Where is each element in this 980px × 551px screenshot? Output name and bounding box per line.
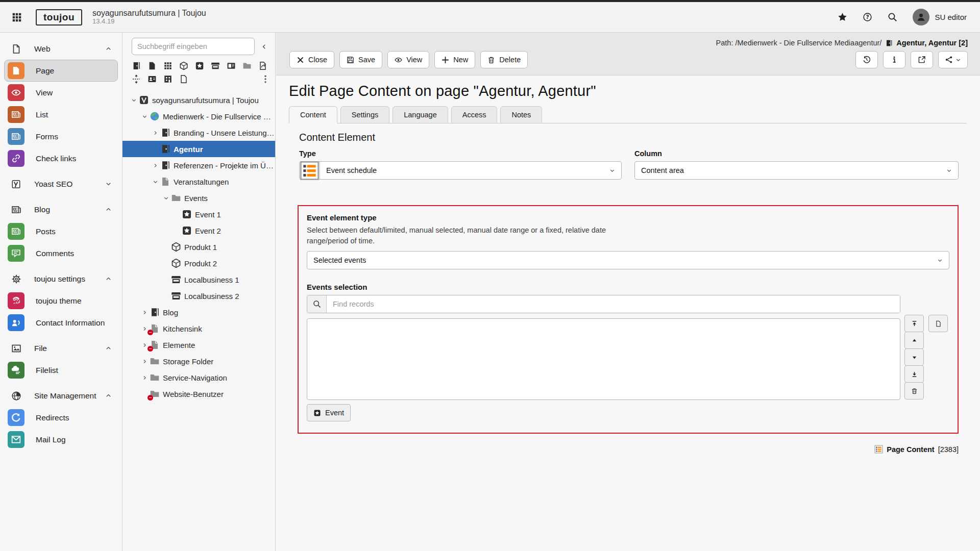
tree-node-event-2[interactable]: Event 2 [122,222,275,239]
column-select[interactable]: Content area [634,161,959,180]
tab-access[interactable]: Access [451,106,498,123]
bookmark-star-icon[interactable] [838,12,847,22]
tree-node-branding-unsere-leistungen[interactable]: Branding - Unsere Leistungen [122,124,275,141]
chevron-down-icon[interactable] [150,179,160,185]
tree-node-website-benutzer[interactable]: Website-Benutzer [122,386,275,402]
new-product-icon[interactable] [179,61,188,70]
new-event-icon[interactable] [195,61,204,70]
tab-language[interactable]: Language [393,106,448,123]
sidebar-item-filelist[interactable]: Filelist [4,359,118,381]
tree-node-event-1[interactable]: Event 1 [122,206,275,222]
chevron-right-icon[interactable] [139,310,150,315]
chevron-right-icon[interactable] [139,375,150,381]
move-down-button[interactable] [904,348,924,366]
browse-records-button[interactable] [928,315,948,332]
sidebar-section-yoast-seo[interactable]: Yoast SEO [0,173,122,195]
listbox-controls [904,295,949,400]
tree-node-localbusiness-1[interactable]: Localbusiness 1 [122,271,275,288]
sidebar-item-check-links[interactable]: Check links [4,147,118,169]
events-listbox[interactable] [307,318,900,400]
new-blank-page-icon[interactable] [179,74,188,84]
toujou-logo[interactable]: toujou [36,9,82,26]
chevron-down-icon[interactable] [129,97,139,103]
chevron-right-icon[interactable] [139,359,150,364]
tree-node-referenzen-projekte-im-be[interactable]: Referenzen - Projekte im Übe... [122,157,275,173]
user-menu[interactable]: SU editor [913,9,967,26]
tab-settings[interactable]: Settings [340,106,389,123]
tree-node-medienwerk-die-fullservice-me[interactable]: Medienwerk - Die Fullservice Me... [122,108,275,124]
external-button[interactable] [911,51,933,68]
tree-node-storage-folder[interactable]: Storage Folder [122,353,275,369]
new-shortcut-icon[interactable] [258,61,267,70]
tab-content[interactable]: Content [289,106,337,123]
sidebar-section-blog[interactable]: Blog [0,198,122,220]
chevron-down-icon[interactable] [139,114,150,119]
tree-search-input[interactable] [132,38,255,55]
help-icon[interactable]: ? [863,12,872,22]
search-icon[interactable] [888,12,897,22]
tree-node-localbusiness-2[interactable]: Localbusiness 2 [122,288,275,304]
chevron-right-icon[interactable] [150,163,160,168]
new-spacer-icon[interactable] [132,74,141,84]
collapse-tree-icon[interactable] [258,38,270,55]
remove-button[interactable] [904,382,924,399]
move-to-bottom-button[interactable] [904,365,924,383]
share-button[interactable] [938,51,968,68]
tree-node-events[interactable]: Events [122,190,275,206]
tree-node-service-navigation[interactable]: Service-Navigation [122,369,275,386]
sidebar-item-mail-log[interactable]: Mail Log [4,429,118,450]
tree-node-agentur[interactable]: Agentur [122,141,275,157]
tree-node-veranstaltungen[interactable]: Veranstaltungen [122,173,275,190]
typo3-icon [139,95,149,105]
sidebar-section-site-management[interactable]: Site Management [0,385,122,407]
sidebar-item-list[interactable]: List [4,104,118,126]
tree-node-produkt-2[interactable]: Produkt 2 [122,255,275,271]
event-element-type-select[interactable]: Selected events [307,251,949,269]
find-records-input[interactable] [327,295,900,313]
close-button[interactable]: Close [289,51,334,68]
new-content-grid-icon[interactable] [163,61,173,70]
apps-grid-icon[interactable] [11,12,22,23]
sidebar-item-comments[interactable]: Comments [4,242,118,264]
new-new-page-icon[interactable] [132,61,141,70]
sidebar-section-toujou-settings[interactable]: toujou settings [0,268,122,290]
sidebar-item-posts[interactable]: Posts [4,220,118,242]
sidebar-item-contact-information[interactable]: Contact Information [4,312,118,334]
trash-icon [487,56,495,64]
view-button[interactable]: View [387,51,429,68]
sidebar-item-forms[interactable]: Forms [4,126,118,147]
sidebar-item-view[interactable]: View [4,82,118,104]
tree-node-elemente[interactable]: Elemente [122,337,275,353]
tab-notes[interactable]: Notes [500,106,542,123]
new-button[interactable]: New [434,51,475,68]
sidebar-item-page[interactable]: Page [4,60,118,82]
new-organization-icon[interactable] [163,74,173,84]
sidebar-section-web[interactable]: Web [0,38,122,60]
tree-node-kitchensink[interactable]: Kitchensink [122,320,275,337]
hidden-badge [148,395,153,400]
new-page-icon[interactable] [148,61,157,70]
sidebar-item-toujou-theme[interactable]: toujou theme [4,290,118,312]
add-event-button[interactable]: Event [307,404,351,421]
new-media-card-icon[interactable] [227,61,236,70]
save-button[interactable]: Save [339,51,382,68]
tree-node-produkt-1[interactable]: Produkt 1 [122,239,275,255]
sidebar-item-redirects[interactable]: Redirects [4,407,118,429]
chevron-right-icon[interactable] [150,130,160,136]
tree-node-soyagunsarufutsumura-toujou[interactable]: soyagunsarufutsumura | Toujou [122,92,275,108]
chevron-down-icon[interactable] [161,195,171,201]
tree-more-icon[interactable] [261,74,270,84]
move-up-button[interactable] [904,332,924,349]
tree-node-blog[interactable]: Blog [122,304,275,320]
new-link-icon[interactable] [274,61,276,70]
delete-button[interactable]: Delete [480,51,528,68]
sidebar-section-file[interactable]: File [0,337,122,359]
new-folder-icon[interactable] [242,61,252,70]
new-local-business-icon[interactable] [211,61,220,70]
history-button[interactable] [855,51,878,68]
info-button[interactable] [883,51,905,68]
new-frontend-user-icon[interactable] [148,74,157,84]
type-select[interactable]: Event schedule [299,161,622,180]
event-element-type-description: Select between default/limited, manual s… [307,225,644,246]
move-to-top-button[interactable] [904,315,924,332]
